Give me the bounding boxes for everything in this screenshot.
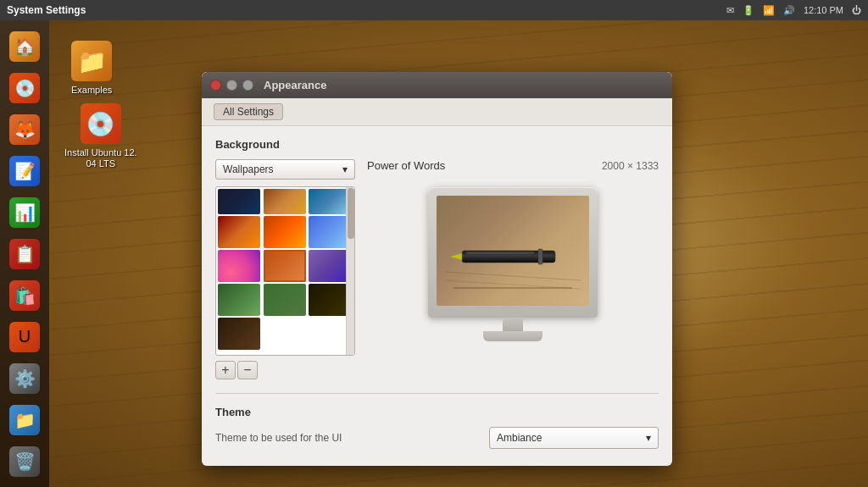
impress-icon: 📋: [9, 239, 40, 269]
appearance-dialog: Appearance All Settings Background Wallp…: [202, 72, 672, 466]
all-settings-button[interactable]: All Settings: [214, 103, 283, 120]
power-icon: ⏻: [852, 5, 861, 15]
writer-icon: 📝: [9, 156, 40, 186]
monitor-screen-border: [428, 187, 598, 318]
remove-wallpaper-button[interactable]: −: [237, 361, 258, 379]
launcher-item-calc[interactable]: 📊: [4, 193, 45, 231]
preview-size: 2000 × 1333: [602, 160, 659, 172]
mail-icon: ✉: [726, 5, 734, 16]
dialog-title: Appearance: [264, 79, 326, 91]
launcher-item-home[interactable]: 🏠: [4, 27, 45, 65]
maximize-button[interactable]: [242, 80, 253, 91]
launcher-item-trash[interactable]: 🗑️: [4, 442, 45, 480]
settings-icon: ⚙️: [9, 363, 40, 394]
launcher-item-install[interactable]: 💿: [4, 69, 45, 107]
theme-section: Theme Theme to be used for the UI Ambian…: [215, 393, 659, 449]
examples-label: Examples: [71, 85, 112, 96]
theme-dropdown-arrow-icon: ▾: [646, 432, 651, 444]
monitor-preview: [367, 179, 659, 341]
dropdown-arrow-icon: ▾: [342, 163, 348, 175]
install-disk-icon: 💿: [81, 103, 121, 144]
wallpaper-thumb-6[interactable]: [309, 216, 351, 248]
trash-icon: 🗑️: [9, 446, 40, 477]
home-icon: 🏠: [9, 31, 40, 62]
wallpaper-thumb-1[interactable]: [218, 189, 260, 214]
wallpaper-thumb-12[interactable]: [309, 284, 351, 316]
wallpaper-thumb-8[interactable]: [264, 250, 306, 282]
wallpaper-thumb-5[interactable]: [264, 216, 306, 248]
launcher-item-files[interactable]: 📁: [4, 401, 45, 439]
theme-dropdown[interactable]: Ambiance ▾: [489, 427, 659, 449]
monitor-outer: [428, 187, 598, 341]
wallpaper-source-label: Wallpapers: [223, 163, 274, 175]
wallpaper-thumb-7[interactable]: [218, 250, 260, 282]
dialog-body: Background Wallpapers ▾: [202, 126, 672, 466]
wallpaper-thumb-11[interactable]: [264, 284, 306, 316]
wallpaper-thumb-3[interactable]: [309, 189, 351, 214]
launcher-item-ubuntu-sw[interactable]: 🛍️: [4, 276, 45, 314]
pen-illustration: [445, 225, 581, 293]
calc-icon: 📊: [9, 197, 40, 228]
battery-icon: 🔋: [743, 5, 754, 16]
close-button[interactable]: [210, 80, 221, 91]
dialog-titlebar: Appearance: [202, 72, 672, 98]
topbar: System Settings ✉ 🔋 📶 🔊 12:10 PM ⏻: [0, 0, 868, 20]
svg-marker-3: [449, 253, 462, 260]
desktop-icon-examples[interactable]: 📁 Examples: [68, 37, 115, 99]
theme-section-title: Theme: [215, 406, 659, 418]
theme-row: Theme to be used for the UI Ambiance ▾: [215, 427, 659, 449]
wallpaper-scrollbar[interactable]: [346, 187, 354, 355]
svg-rect-5: [466, 252, 534, 254]
launcher-item-impress[interactable]: 📋: [4, 235, 45, 273]
preview-info: Power of Words 2000 × 1333: [367, 159, 659, 172]
firefox-icon: 🦊: [9, 114, 40, 145]
wallpaper-thumb-13[interactable]: [218, 318, 260, 350]
wallpaper-left-panel: Wallpapers ▾: [215, 159, 355, 379]
launcher-item-ubuntu-one[interactable]: U: [4, 318, 45, 356]
ubuntu-one-icon: U: [9, 322, 40, 352]
install-icon: 💿: [9, 73, 40, 103]
background-section-title: Background: [215, 138, 659, 151]
minimize-button[interactable]: [226, 80, 237, 91]
svg-rect-4: [538, 249, 542, 264]
topbar-title: System Settings: [7, 4, 86, 16]
monitor-stand-base: [483, 331, 542, 341]
grid-actions: + −: [215, 361, 355, 379]
install-label: Install Ubuntu 12.04 LTS: [64, 147, 137, 169]
wallpaper-grid-container[interactable]: [215, 186, 355, 356]
wallpaper-source-dropdown[interactable]: Wallpapers ▾: [215, 159, 355, 180]
topbar-right: ✉ 🔋 📶 🔊 12:10 PM ⏻: [726, 5, 861, 16]
launcher-item-settings[interactable]: ⚙️: [4, 359, 45, 397]
wallpaper-thumb-2[interactable]: [264, 189, 306, 214]
launcher: 🏠 💿 🦊 📝 📊 📋 🛍️ U ⚙️: [0, 20, 49, 487]
monitor-stand-neck: [503, 318, 523, 331]
desktop: System Settings ✉ 🔋 📶 🔊 12:10 PM ⏻ 🏠 💿 🦊…: [0, 0, 868, 487]
scrollbar-thumb[interactable]: [348, 188, 354, 239]
theme-description: Theme to be used for the UI: [215, 432, 342, 444]
svg-line-0: [445, 272, 581, 280]
wallpaper-thumb-10[interactable]: [218, 284, 260, 316]
wallpaper-area: Wallpapers ▾: [215, 159, 659, 379]
launcher-item-firefox[interactable]: 🦊: [4, 110, 45, 148]
wallpaper-thumb-9[interactable]: [309, 250, 351, 282]
signal-icon: 📶: [763, 5, 775, 16]
svg-line-1: [445, 280, 581, 289]
volume-icon: 🔊: [783, 5, 795, 16]
wallpaper-preview-panel: Power of Words 2000 × 1333: [367, 159, 659, 379]
add-wallpaper-button[interactable]: +: [215, 361, 236, 379]
preview-name: Power of Words: [367, 159, 445, 172]
ubuntu-sw-icon: 🛍️: [9, 280, 40, 311]
monitor-screen: [437, 196, 589, 306]
wallpaper-grid: [216, 187, 354, 351]
dialog-nav: All Settings: [202, 98, 672, 126]
theme-current: Ambiance: [497, 432, 542, 444]
desktop-icon-install[interactable]: 💿 Install Ubuntu 12.04 LTS: [61, 100, 141, 173]
examples-icon: 📁: [71, 41, 112, 81]
launcher-item-writer[interactable]: 📝: [4, 152, 45, 190]
wallpaper-thumb-4[interactable]: [218, 216, 260, 248]
topbar-time: 12:10 PM: [804, 5, 843, 15]
files-icon: 📁: [9, 405, 40, 435]
